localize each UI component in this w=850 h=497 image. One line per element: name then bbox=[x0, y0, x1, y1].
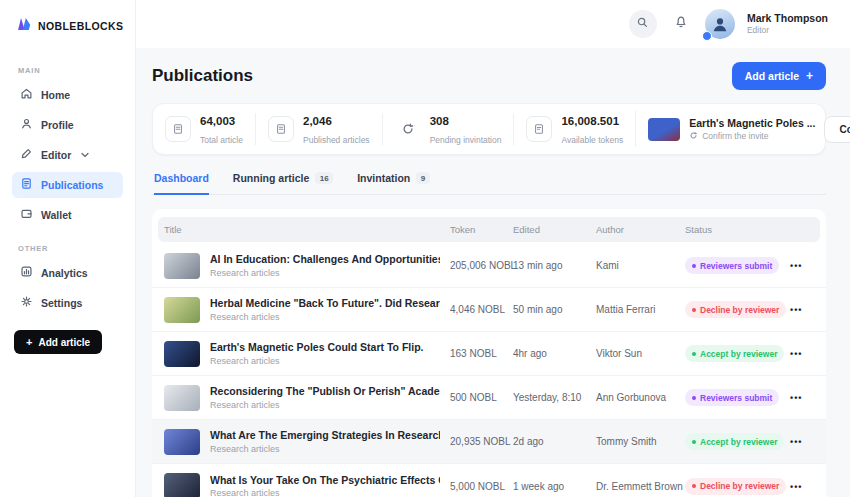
article-category: Research articles bbox=[210, 400, 440, 410]
article-category: Research articles bbox=[210, 268, 440, 278]
stat-label: Published articles bbox=[303, 135, 370, 145]
wallet-icon bbox=[20, 206, 33, 224]
avatar[interactable] bbox=[705, 9, 735, 39]
sidebar-item-analytics[interactable]: Analytics bbox=[12, 260, 123, 286]
sidebar-section-main: MAIN bbox=[18, 66, 123, 75]
analytics-icon bbox=[20, 264, 33, 282]
article-category: Research articles bbox=[210, 312, 440, 322]
article-thumbnail bbox=[164, 385, 200, 411]
sidebar-item-home[interactable]: Home bbox=[12, 82, 123, 108]
sidebar-item-wallet[interactable]: Wallet bbox=[12, 202, 123, 228]
sidebar-item-label: Analytics bbox=[41, 267, 88, 279]
status-dot bbox=[692, 264, 696, 268]
stat-label: Pending invintation bbox=[430, 135, 502, 145]
confirm-button[interactable]: Confirm bbox=[824, 116, 850, 143]
edited-cell: 4hr ago bbox=[513, 348, 596, 359]
refresh-icon bbox=[689, 131, 698, 142]
status-badge: Accept by reviewer bbox=[685, 345, 784, 362]
column-header-status: Status bbox=[685, 224, 790, 235]
table-row[interactable]: Herbal Medicine "Back To Future". Did Re… bbox=[152, 288, 826, 332]
tab-badge: 9 bbox=[416, 172, 429, 184]
sidebar-item-label: Home bbox=[41, 89, 70, 101]
article-title: Reconsidering The "Publish Or Perish" Ac… bbox=[210, 385, 440, 397]
column-header-edited: Edited bbox=[513, 224, 596, 235]
sidebar: NOBLEBLOCKS MAIN Home Profile Editor Pub… bbox=[0, 0, 136, 497]
table-row[interactable]: Reconsidering The "Publish Or Perish" Ac… bbox=[152, 376, 826, 420]
status-dot bbox=[692, 352, 696, 356]
tab-invitation[interactable]: Invintation 9 bbox=[357, 172, 430, 195]
column-header-title: Title bbox=[164, 224, 450, 235]
publications-icon bbox=[20, 176, 33, 194]
brand-logo-icon bbox=[16, 16, 32, 36]
stat-value: 16,008.501 bbox=[561, 115, 619, 127]
author-cell: Tommy Smith bbox=[596, 436, 685, 447]
table-row[interactable]: What Are The Emerging Strategies In Rese… bbox=[152, 420, 826, 464]
tab-running-article[interactable]: Running article 16 bbox=[233, 172, 333, 195]
search-button[interactable] bbox=[629, 10, 657, 38]
search-icon bbox=[636, 15, 649, 33]
user-meta[interactable]: Mark Thompson Editor bbox=[747, 12, 828, 36]
sidebar-section-other: OTHER bbox=[18, 244, 123, 253]
sidebar-item-profile[interactable]: Profile bbox=[12, 112, 123, 138]
notifications-button[interactable] bbox=[669, 12, 693, 36]
stat-label: Available tokens bbox=[561, 135, 623, 145]
pencil-icon bbox=[20, 146, 33, 164]
topbar: Mark Thompson Editor bbox=[136, 0, 850, 48]
add-article-button[interactable]: Add article + bbox=[732, 62, 826, 90]
table-row[interactable]: What Is Your Take On The Psychiatric Eff… bbox=[152, 464, 826, 497]
article-title: What Is Your Take On The Psychiatric Eff… bbox=[210, 474, 440, 486]
author-cell: Mattia Ferrari bbox=[596, 304, 685, 315]
token-cell: 20,935 NOBL bbox=[450, 436, 513, 447]
brand-logo[interactable]: NOBLEBLOCKS bbox=[12, 16, 123, 36]
table-row[interactable]: Earth's Magnetic Poles Could Start To Fl… bbox=[152, 332, 826, 376]
article-title: What Are The Emerging Strategies In Rese… bbox=[210, 429, 440, 441]
row-menu-button[interactable]: ••• bbox=[790, 482, 802, 492]
stats-card: 64,003Total article 2,046Published artic… bbox=[152, 103, 826, 155]
home-icon bbox=[20, 86, 33, 104]
stat-value: 308 bbox=[430, 115, 449, 127]
row-menu-button[interactable]: ••• bbox=[790, 305, 802, 315]
status-badge: Decline by reviewer bbox=[685, 301, 786, 318]
stat-pending-invitation: 308Pending invintation bbox=[382, 113, 514, 145]
edited-cell: 50 min ago bbox=[513, 304, 596, 315]
sidebar-add-article-button[interactable]: + Add article bbox=[14, 330, 102, 354]
status-badge: Decline by reviewer bbox=[685, 478, 786, 495]
bell-icon bbox=[674, 15, 688, 33]
status-badge: Reviewers submit bbox=[685, 257, 779, 274]
row-menu-button[interactable]: ••• bbox=[790, 349, 802, 359]
stat-value: 2,046 bbox=[303, 115, 332, 127]
sidebar-item-settings[interactable]: Settings bbox=[12, 290, 123, 316]
chevron-down-icon bbox=[81, 152, 89, 158]
article-thumbnail bbox=[164, 429, 200, 455]
article-thumbnail bbox=[164, 297, 200, 323]
article-thumbnail bbox=[164, 473, 200, 497]
table-row[interactable]: AI In Education: Challenges And Opportun… bbox=[152, 244, 826, 288]
column-header-author: Author bbox=[596, 224, 685, 235]
author-cell: Kami bbox=[596, 260, 685, 271]
user-role: Editor bbox=[747, 25, 828, 36]
row-menu-button[interactable]: ••• bbox=[790, 393, 802, 403]
plus-icon: + bbox=[26, 336, 32, 348]
stat-available-tokens: 16,008.501Available tokens bbox=[513, 113, 635, 145]
stat-label: Total article bbox=[200, 135, 243, 145]
status-badge: Reviewers submit bbox=[685, 389, 779, 406]
row-menu-button[interactable]: ••• bbox=[790, 261, 802, 271]
document-icon bbox=[268, 116, 294, 142]
author-cell: Dr. Eemmett Brown bbox=[596, 481, 685, 492]
row-menu-button[interactable]: ••• bbox=[790, 437, 802, 447]
article-title: Earth's Magnetic Poles Could Start To Fl… bbox=[210, 341, 424, 353]
article-category: Research articles bbox=[210, 444, 440, 454]
sidebar-item-publications[interactable]: Publications bbox=[12, 172, 123, 198]
status-dot bbox=[692, 440, 696, 444]
token-document-icon bbox=[526, 116, 552, 142]
invite-subtitle: Confirm the invite bbox=[702, 131, 768, 141]
token-cell: 4,046 NOBL bbox=[450, 304, 513, 315]
refresh-icon bbox=[395, 116, 421, 142]
tab-dashboard[interactable]: Dashboard bbox=[154, 172, 209, 195]
sidebar-item-label: Settings bbox=[41, 297, 82, 309]
status-badge: Accept by reviewer bbox=[685, 433, 784, 450]
sidebar-item-editor[interactable]: Editor bbox=[12, 142, 123, 168]
edited-cell: 2d ago bbox=[513, 436, 596, 447]
edited-cell: 13 min ago bbox=[513, 260, 596, 271]
token-cell: 163 NOBL bbox=[450, 348, 513, 359]
